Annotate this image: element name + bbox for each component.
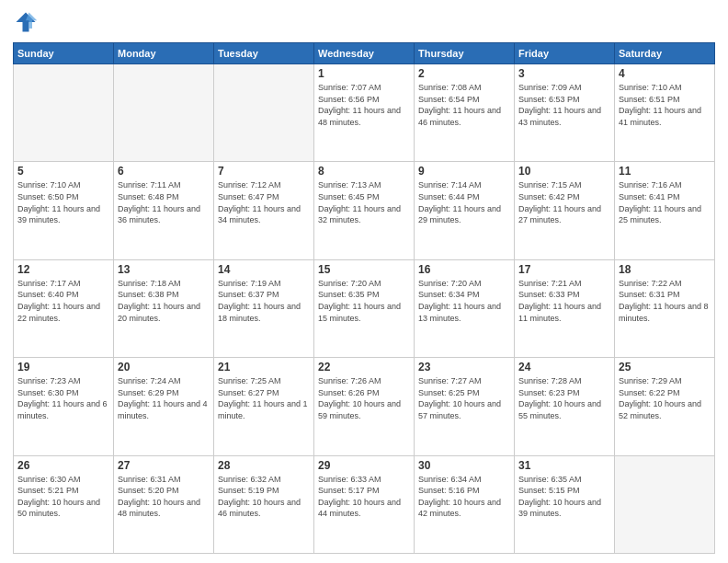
day-info: Sunrise: 7:10 AM Sunset: 6:51 PM Dayligh… — [619, 82, 711, 128]
day-info: Sunrise: 7:13 AM Sunset: 6:45 PM Dayligh… — [318, 179, 410, 225]
calendar-cell: 1Sunrise: 7:07 AM Sunset: 6:56 PM Daylig… — [314, 64, 415, 162]
day-number: 27 — [118, 459, 210, 472]
calendar-cell: 12Sunrise: 7:17 AM Sunset: 6:40 PM Dayli… — [14, 259, 114, 357]
calendar-cell: 18Sunrise: 7:22 AM Sunset: 6:31 PM Dayli… — [615, 259, 715, 357]
calendar-cell: 2Sunrise: 7:08 AM Sunset: 6:54 PM Daylig… — [415, 64, 515, 162]
day-number: 7 — [218, 165, 310, 178]
day-number: 6 — [118, 165, 210, 178]
day-info: Sunrise: 7:12 AM Sunset: 6:47 PM Dayligh… — [218, 179, 310, 225]
calendar-cell — [615, 455, 715, 553]
day-number: 2 — [418, 67, 510, 80]
day-number: 18 — [619, 263, 711, 276]
calendar-cell: 16Sunrise: 7:20 AM Sunset: 6:34 PM Dayli… — [415, 259, 515, 357]
day-info: Sunrise: 7:07 AM Sunset: 6:56 PM Dayligh… — [318, 82, 410, 128]
calendar-day-header: Saturday — [615, 43, 715, 64]
day-number: 5 — [17, 165, 109, 178]
calendar-header-row: SundayMondayTuesdayWednesdayThursdayFrid… — [14, 43, 715, 64]
day-number: 23 — [418, 361, 510, 373]
calendar-day-header: Sunday — [14, 43, 114, 64]
calendar-cell: 29Sunrise: 6:33 AM Sunset: 5:17 PM Dayli… — [314, 455, 415, 553]
day-number: 30 — [418, 459, 510, 472]
day-number: 17 — [518, 263, 610, 276]
calendar-cell: 17Sunrise: 7:21 AM Sunset: 6:33 PM Dayli… — [515, 259, 615, 357]
day-number: 16 — [418, 263, 510, 276]
calendar-cell: 22Sunrise: 7:26 AM Sunset: 6:26 PM Dayli… — [314, 358, 415, 455]
calendar-cell — [114, 64, 214, 162]
calendar-week-row: 1Sunrise: 7:07 AM Sunset: 6:56 PM Daylig… — [14, 64, 715, 162]
day-info: Sunrise: 7:27 AM Sunset: 6:25 PM Dayligh… — [418, 375, 510, 421]
calendar-cell: 3Sunrise: 7:09 AM Sunset: 6:53 PM Daylig… — [515, 64, 615, 162]
calendar-cell: 5Sunrise: 7:10 AM Sunset: 6:50 PM Daylig… — [14, 162, 114, 259]
day-number: 22 — [318, 361, 410, 373]
header — [13, 9, 715, 35]
day-info: Sunrise: 7:22 AM Sunset: 6:31 PM Dayligh… — [619, 278, 711, 324]
calendar-day-header: Wednesday — [314, 43, 415, 64]
day-info: Sunrise: 7:19 AM Sunset: 6:37 PM Dayligh… — [218, 278, 310, 324]
day-number: 31 — [518, 459, 610, 472]
logo — [13, 9, 42, 35]
day-number: 4 — [619, 67, 711, 80]
day-info: Sunrise: 7:21 AM Sunset: 6:33 PM Dayligh… — [518, 278, 610, 324]
day-number: 13 — [118, 263, 210, 276]
calendar-cell: 30Sunrise: 6:34 AM Sunset: 5:16 PM Dayli… — [415, 455, 515, 553]
day-info: Sunrise: 7:24 AM Sunset: 6:29 PM Dayligh… — [118, 375, 210, 421]
calendar-cell: 4Sunrise: 7:10 AM Sunset: 6:51 PM Daylig… — [615, 64, 715, 162]
calendar-cell: 13Sunrise: 7:18 AM Sunset: 6:38 PM Dayli… — [114, 259, 214, 357]
day-info: Sunrise: 7:23 AM Sunset: 6:30 PM Dayligh… — [17, 375, 109, 421]
calendar-cell: 27Sunrise: 6:31 AM Sunset: 5:20 PM Dayli… — [114, 455, 214, 553]
day-info: Sunrise: 7:29 AM Sunset: 6:22 PM Dayligh… — [619, 375, 711, 421]
day-number: 19 — [17, 361, 109, 373]
day-info: Sunrise: 7:26 AM Sunset: 6:26 PM Dayligh… — [318, 375, 410, 421]
calendar-cell: 11Sunrise: 7:16 AM Sunset: 6:41 PM Dayli… — [615, 162, 715, 259]
calendar-day-header: Thursday — [415, 43, 515, 64]
day-info: Sunrise: 7:08 AM Sunset: 6:54 PM Dayligh… — [418, 82, 510, 128]
logo-icon — [13, 9, 39, 35]
day-number: 26 — [17, 459, 109, 472]
day-number: 10 — [518, 165, 610, 178]
calendar-cell: 9Sunrise: 7:14 AM Sunset: 6:44 PM Daylig… — [415, 162, 515, 259]
day-info: Sunrise: 7:17 AM Sunset: 6:40 PM Dayligh… — [17, 278, 109, 324]
calendar-cell: 31Sunrise: 6:35 AM Sunset: 5:15 PM Dayli… — [515, 455, 615, 553]
day-number: 20 — [118, 361, 210, 373]
calendar-cell: 14Sunrise: 7:19 AM Sunset: 6:37 PM Dayli… — [214, 259, 314, 357]
calendar-week-row: 19Sunrise: 7:23 AM Sunset: 6:30 PM Dayli… — [14, 358, 715, 455]
calendar-cell: 19Sunrise: 7:23 AM Sunset: 6:30 PM Dayli… — [14, 358, 114, 455]
calendar-cell: 20Sunrise: 7:24 AM Sunset: 6:29 PM Dayli… — [114, 358, 214, 455]
calendar-cell: 7Sunrise: 7:12 AM Sunset: 6:47 PM Daylig… — [214, 162, 314, 259]
calendar-day-header: Monday — [114, 43, 214, 64]
day-info: Sunrise: 7:20 AM Sunset: 6:35 PM Dayligh… — [318, 278, 410, 324]
day-info: Sunrise: 6:34 AM Sunset: 5:16 PM Dayligh… — [418, 474, 510, 520]
day-info: Sunrise: 7:14 AM Sunset: 6:44 PM Dayligh… — [418, 179, 510, 225]
day-number: 21 — [218, 361, 310, 373]
day-info: Sunrise: 6:31 AM Sunset: 5:20 PM Dayligh… — [118, 474, 210, 520]
day-number: 8 — [318, 165, 410, 178]
day-number: 28 — [218, 459, 310, 472]
day-info: Sunrise: 7:28 AM Sunset: 6:23 PM Dayligh… — [518, 375, 610, 421]
day-number: 3 — [518, 67, 610, 80]
day-info: Sunrise: 7:20 AM Sunset: 6:34 PM Dayligh… — [418, 278, 510, 324]
day-number: 12 — [17, 263, 109, 276]
day-number: 29 — [318, 459, 410, 472]
calendar-cell: 15Sunrise: 7:20 AM Sunset: 6:35 PM Dayli… — [314, 259, 415, 357]
day-number: 15 — [318, 263, 410, 276]
calendar-cell: 26Sunrise: 6:30 AM Sunset: 5:21 PM Dayli… — [14, 455, 114, 553]
day-info: Sunrise: 6:35 AM Sunset: 5:15 PM Dayligh… — [518, 474, 610, 520]
day-info: Sunrise: 6:30 AM Sunset: 5:21 PM Dayligh… — [17, 474, 109, 520]
calendar-week-row: 5Sunrise: 7:10 AM Sunset: 6:50 PM Daylig… — [14, 162, 715, 259]
day-number: 9 — [418, 165, 510, 178]
day-info: Sunrise: 7:25 AM Sunset: 6:27 PM Dayligh… — [218, 375, 310, 421]
day-number: 25 — [619, 361, 711, 373]
calendar-cell — [14, 64, 114, 162]
calendar-day-header: Tuesday — [214, 43, 314, 64]
calendar-cell: 10Sunrise: 7:15 AM Sunset: 6:42 PM Dayli… — [515, 162, 615, 259]
day-number: 1 — [318, 67, 410, 80]
calendar-day-header: Friday — [515, 43, 615, 64]
calendar-cell: 25Sunrise: 7:29 AM Sunset: 6:22 PM Dayli… — [615, 358, 715, 455]
calendar-cell: 23Sunrise: 7:27 AM Sunset: 6:25 PM Dayli… — [415, 358, 515, 455]
day-info: Sunrise: 7:18 AM Sunset: 6:38 PM Dayligh… — [118, 278, 210, 324]
calendar-cell — [214, 64, 314, 162]
day-info: Sunrise: 6:33 AM Sunset: 5:17 PM Dayligh… — [318, 474, 410, 520]
calendar-cell: 24Sunrise: 7:28 AM Sunset: 6:23 PM Dayli… — [515, 358, 615, 455]
day-info: Sunrise: 6:32 AM Sunset: 5:19 PM Dayligh… — [218, 474, 310, 520]
day-number: 14 — [218, 263, 310, 276]
